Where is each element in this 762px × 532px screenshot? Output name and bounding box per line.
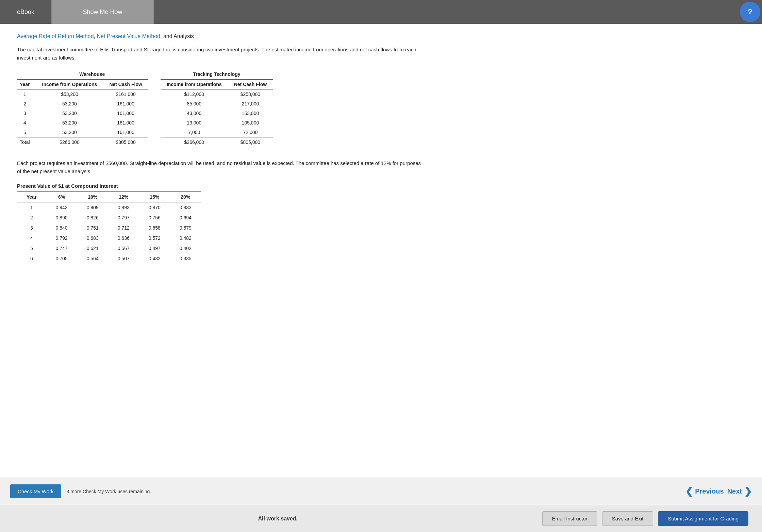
next-label: Next: [727, 487, 742, 495]
table-row: 0.683: [77, 233, 108, 243]
col-t-income-header: Income from Operations: [161, 79, 228, 89]
table-row: 0.497: [139, 243, 170, 253]
col-w-income-header: Income from Operations: [36, 79, 103, 89]
additional-info: Each project requires an investment of $…: [17, 159, 425, 176]
table-row: 0.636: [108, 233, 139, 243]
table-row: 0.870: [139, 202, 170, 213]
pv-column-header: 10%: [77, 192, 108, 202]
pv-column-header: 12%: [108, 192, 139, 202]
table-row: 153,000: [228, 109, 273, 118]
table-row: 0.797: [108, 213, 139, 223]
table-row: 0.694: [170, 213, 201, 223]
table-row: 0.564: [77, 253, 108, 264]
table-row: 0.833: [170, 202, 201, 213]
table-row: 0.712: [108, 223, 139, 233]
npv-link[interactable]: Net Present Value Method: [97, 33, 160, 39]
table-row: 0.909: [77, 202, 108, 213]
table-row: $161,000: [103, 89, 148, 99]
table-row: 53,200: [36, 109, 103, 118]
table-row: 0.840: [46, 223, 77, 233]
table-row: 0.751: [77, 223, 108, 233]
table-row: 0.893: [108, 202, 139, 213]
table-row: 161,000: [103, 99, 148, 109]
pv-column-header: Year: [17, 192, 46, 202]
table-row: $258,000: [228, 89, 273, 99]
submit-assignment-button[interactable]: Submit Assignment for Grading: [658, 511, 748, 526]
table-row: 5: [17, 128, 36, 137]
previous-label: Previous: [695, 487, 724, 495]
table-row: 4: [17, 118, 36, 128]
all-saved-text: All work saved.: [14, 516, 542, 522]
help-icon[interactable]: ?: [740, 2, 760, 22]
previous-button[interactable]: ❮ Previous: [685, 486, 724, 497]
table-row: 0.621: [77, 243, 108, 253]
main-content: Average Rate of Return Method, Net Prese…: [0, 24, 762, 478]
ebook-tab[interactable]: eBook: [0, 0, 52, 24]
prev-chevron-icon: ❮: [685, 486, 693, 497]
table-row: 3: [17, 109, 36, 118]
title-plain: , and Analysis: [160, 33, 194, 39]
check-remaining-text: 3 more Check My Work uses remaining.: [67, 489, 151, 494]
table-row: 217,000: [228, 99, 273, 109]
t-income-total: $266,000: [161, 137, 228, 148]
page-title: Average Rate of Return Method, Net Prese…: [17, 33, 745, 39]
ebook-label: eBook: [17, 9, 34, 16]
table-row: 0.482: [170, 233, 201, 243]
pv-table-title: Present Value of $1 at Compound Interest: [17, 183, 745, 189]
t-cash-total: $805,000: [228, 137, 273, 148]
table-row: 2: [17, 99, 36, 109]
w-cash-total: $805,000: [103, 137, 148, 148]
table-row: 0.792: [46, 233, 77, 243]
table-row: 0.826: [77, 213, 108, 223]
table-row: 0.335: [170, 253, 201, 264]
table-row: 53,200: [36, 128, 103, 137]
table-row: 0.579: [170, 223, 201, 233]
table-row: $53,200: [36, 89, 103, 99]
table-row: 0.890: [46, 213, 77, 223]
table-row: 161,000: [103, 118, 148, 128]
save-and-exit-button[interactable]: Save and Exit: [602, 511, 653, 526]
table-row: 53,200: [36, 118, 103, 128]
table-row: 0.705: [46, 253, 77, 264]
investment-table: Warehouse Tracking Technology Year Incom…: [17, 69, 273, 148]
table-row: 6: [17, 253, 46, 264]
top-navigation: eBook Show Me How ?: [0, 0, 762, 24]
table-row: 43,000: [161, 109, 228, 118]
show-me-how-label: Show Me How: [83, 9, 122, 16]
bottom-bar: Check My Work 3 more Check My Work uses …: [0, 478, 762, 505]
table-row: 5: [17, 243, 46, 253]
table-row: 0.756: [139, 213, 170, 223]
col-year-header: Year: [17, 79, 36, 89]
table-row: 85,000: [161, 99, 228, 109]
email-instructor-button[interactable]: Email Instructor: [542, 511, 597, 526]
avg-rate-link[interactable]: Average Rate of Return Method: [17, 33, 94, 39]
table-row: 1: [17, 89, 36, 99]
table-row: 161,000: [103, 128, 148, 137]
warehouse-header: Warehouse: [36, 69, 148, 79]
table-row: 2: [17, 213, 46, 223]
table-row: 0.572: [139, 233, 170, 243]
next-chevron-icon: ❯: [744, 486, 752, 497]
col-w-cash-header: Net Cash Flow: [103, 79, 148, 89]
table-row: 19,000: [161, 118, 228, 128]
pv-column-header: 20%: [170, 192, 201, 202]
nav-buttons: ❮ Previous Next ❯: [685, 486, 752, 497]
w-income-total: $266,000: [36, 137, 103, 148]
table-row: 53,200: [36, 99, 103, 109]
table-row: 0.507: [108, 253, 139, 264]
footer-buttons: Email Instructor Save and Exit Submit As…: [542, 511, 748, 526]
table-row: 0.402: [170, 243, 201, 253]
table-row: 0.943: [46, 202, 77, 213]
pv-table: Year6%10%12%15%20% 1 0.943 0.909 0.893 0…: [17, 192, 201, 264]
check-my-work-button[interactable]: Check My Work: [10, 484, 61, 498]
pv-column-header: 6%: [46, 192, 77, 202]
pv-column-header: 15%: [139, 192, 170, 202]
next-button[interactable]: Next ❯: [727, 486, 752, 497]
total-label: Total: [17, 137, 36, 148]
show-me-how-tab[interactable]: Show Me How: [52, 0, 154, 24]
table-row: 0.432: [139, 253, 170, 264]
table-row: 161,000: [103, 109, 148, 118]
table-row: 0.658: [139, 223, 170, 233]
table-row: 105,000: [228, 118, 273, 128]
table-row: 7,000: [161, 128, 228, 137]
